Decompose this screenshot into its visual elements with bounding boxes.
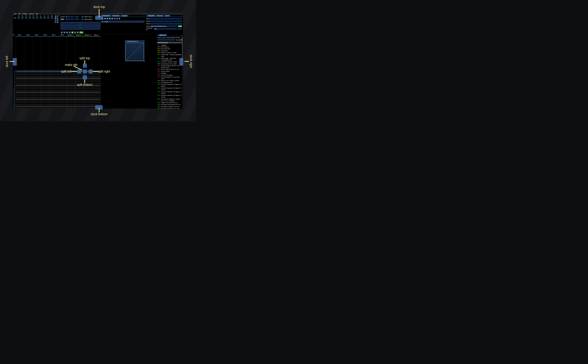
- pattern-cell[interactable]: [24, 88, 33, 90]
- order-value[interactable]: 00: [46, 17, 50, 19]
- tuning-minus-button[interactable]: -: [178, 28, 179, 30]
- effect-row-13xx[interactable]: 13xx Set level of operator 2 (0 highest,…: [157, 87, 182, 91]
- pattern-cell[interactable]: [92, 88, 100, 90]
- pattern-cell[interactable]: [66, 91, 75, 93]
- pattern-cell[interactable]: [50, 83, 58, 84]
- pattern-cell[interactable]: [33, 98, 41, 100]
- pattern-cell[interactable]: [75, 102, 84, 104]
- tab-effect-list[interactable]: Effect List: [159, 34, 167, 36]
- effect-row-19xx[interactable]: 19xx Set attack of all operators (0 to 1…: [157, 104, 182, 105]
- pattern-cell[interactable]: [66, 88, 75, 90]
- pattern-cell[interactable]: [33, 76, 41, 78]
- piano-keyboard-widget[interactable]: [61, 22, 100, 30]
- close-icon[interactable]: [143, 40, 144, 42]
- pattern-cell[interactable]: [58, 90, 66, 91]
- effect-row-1Axx[interactable]: 1Axx Set attack of operator 1 (0 to 1F): [157, 105, 182, 107]
- pattern-cell[interactable]: [50, 107, 58, 109]
- pattern-cell[interactable]: [50, 78, 58, 79]
- order-value[interactable]: 00: [17, 17, 21, 19]
- effect-row-08xy[interactable]: 08xy Set panning (x: left; y: right): [157, 63, 182, 65]
- pattern-cell[interactable]: [66, 100, 75, 102]
- pattern-cell[interactable]: [33, 102, 41, 104]
- pattern-cell[interactable]: [66, 98, 75, 100]
- pattern-cell[interactable]: [50, 86, 58, 88]
- channel-header-square-2[interactable]: Square 2: [75, 34, 84, 36]
- tab-song-info[interactable]: Song Info: [147, 15, 155, 17]
- play-song-button[interactable]: [63, 31, 66, 33]
- channel-header-fm-5[interactable]: FM 5: [50, 34, 58, 36]
- follow-orders-checkbox[interactable]: [81, 16, 83, 18]
- pattern-cell[interactable]: [33, 79, 41, 81]
- menu-item-edit[interactable]: edit: [17, 13, 21, 15]
- channel-header-fm-1[interactable]: FM 1: [16, 34, 24, 36]
- pattern-cell[interactable]: [92, 83, 100, 84]
- menu-item-window[interactable]: window: [28, 13, 35, 15]
- pattern-cell[interactable]: [92, 81, 100, 83]
- pattern-cell[interactable]: [92, 95, 100, 97]
- effect-row-0Fxx[interactable]: 0Fxx Set speed (speed 2 if no grooves ex…: [157, 76, 182, 79]
- pattern-cell[interactable]: [66, 105, 75, 107]
- pattern-cell[interactable]: [33, 104, 41, 105]
- pattern-cell[interactable]: [24, 90, 33, 91]
- pattern-cell[interactable]: [41, 81, 50, 83]
- pattern-cell[interactable]: [33, 105, 41, 107]
- split-top-target[interactable]: [83, 64, 87, 68]
- scrollbar[interactable]: [182, 36, 183, 108]
- menu-item-file[interactable]: file: [13, 13, 17, 15]
- pattern-cell[interactable]: [33, 91, 41, 93]
- effect-row-02xx[interactable]: 02xx Pitch slide down: [157, 48, 182, 50]
- order-select-mode-button[interactable]: [57, 21, 59, 23]
- pattern-cell[interactable]: [84, 95, 92, 97]
- pattern-cell[interactable]: [58, 88, 66, 90]
- pattern-cell[interactable]: [92, 86, 100, 88]
- pattern-cell[interactable]: [84, 102, 92, 104]
- pattern-cell[interactable]: [24, 81, 33, 83]
- pattern-cell[interactable]: [24, 83, 33, 84]
- pattern-cell[interactable]: [66, 86, 75, 88]
- pattern-cell[interactable]: [75, 79, 84, 81]
- dock-right-target[interactable]: [179, 58, 183, 65]
- effect-row-16xy[interactable]: 16xy Set operator multiplier (x: operato…: [157, 98, 182, 102]
- pattern-cell[interactable]: [41, 72, 50, 74]
- pattern-cell[interactable]: [16, 95, 24, 97]
- order-duplicate-button[interactable]: [55, 17, 56, 19]
- pattern-cell[interactable]: [66, 107, 75, 109]
- pattern-cell[interactable]: [58, 93, 66, 95]
- pattern-cell[interactable]: [58, 91, 66, 93]
- step-minus-button[interactable]: -: [75, 18, 77, 20]
- follow-pattern-checkbox[interactable]: [81, 19, 83, 20]
- pattern-cell[interactable]: [84, 98, 92, 100]
- pattern-cell[interactable]: [24, 70, 33, 72]
- pattern-cell[interactable]: [75, 104, 84, 105]
- album-input[interactable]: [150, 23, 182, 25]
- pattern-cell[interactable]: [75, 100, 84, 102]
- pattern-cell[interactable]: [16, 70, 24, 72]
- effect-row-01xx[interactable]: 01xx Pitch slide up: [157, 46, 182, 48]
- instrument-move-up-button[interactable]: [114, 18, 116, 20]
- pattern-cell[interactable]: [66, 90, 75, 91]
- pattern-cell[interactable]: [75, 76, 84, 78]
- pattern-cell[interactable]: [50, 70, 58, 72]
- poly-button[interactable]: Poly: [79, 31, 83, 33]
- pattern-cell[interactable]: [50, 79, 58, 81]
- pattern-cell[interactable]: [16, 100, 24, 102]
- close-icon[interactable]: [181, 35, 182, 36]
- pattern-cell[interactable]: [24, 104, 33, 105]
- effect-row-14xx[interactable]: 14xx Set level of operator 3 (0 highest,…: [157, 91, 182, 94]
- split-left-target[interactable]: [77, 70, 81, 73]
- pattern-cell[interactable]: [24, 84, 33, 86]
- pattern-cell[interactable]: [58, 102, 66, 104]
- order-value[interactable]: 00: [28, 17, 32, 19]
- pattern-cell[interactable]: [41, 105, 50, 107]
- pattern-cell[interactable]: [41, 88, 50, 90]
- effect-row-07xy[interactable]: 07xy Tremolo (x: speed; y: depth): [157, 61, 182, 63]
- order-move-down-button[interactable]: [55, 19, 56, 21]
- pattern-cell[interactable]: [16, 98, 24, 100]
- pattern-cell[interactable]: [50, 102, 58, 104]
- pattern-cell[interactable]: [92, 93, 100, 95]
- pattern-cell[interactable]: [33, 97, 41, 98]
- pattern-cell[interactable]: [75, 90, 84, 91]
- pattern-cell[interactable]: [92, 102, 100, 104]
- pattern-cell[interactable]: [41, 93, 50, 95]
- make-tab-target[interactable]: [83, 70, 87, 73]
